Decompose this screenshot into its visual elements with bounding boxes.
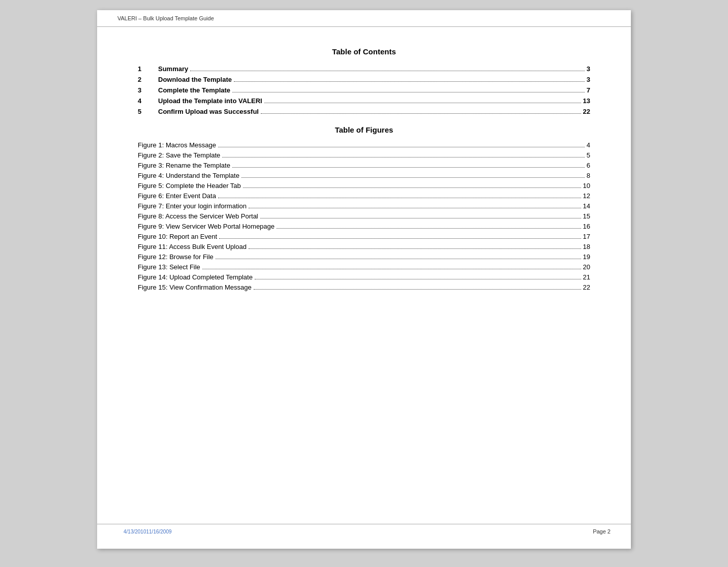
document-page: VALERI – Bulk Upload Template Guide Tabl…: [97, 10, 631, 549]
tof-entry-page: 10: [583, 182, 590, 190]
tof-entry-label: Figure 10: Report an Event: [138, 233, 217, 240]
tof-entry-page: 14: [583, 202, 590, 210]
tof-entry: Figure 8: Access the Servicer Web Portal…: [138, 212, 590, 220]
tof-entry: Figure 4: Understand the Template8: [138, 172, 590, 179]
tof-section: Figure 1: Macros Message4Figure 2: Save …: [138, 141, 590, 291]
toc-entry-page: 13: [583, 97, 590, 105]
tof-entry-page: 4: [587, 141, 590, 149]
tof-entry: Figure 6: Enter Event Data12: [138, 192, 590, 200]
tof-entry-dots: [241, 177, 585, 178]
tof-entry-page: 5: [587, 151, 590, 159]
footer-page: Page 2: [593, 528, 611, 534]
toc-entry-num: 1: [138, 65, 158, 73]
toc-entry: 4Upload the Template into VALERI13: [138, 97, 590, 105]
tof-entry-page: 21: [583, 273, 590, 281]
toc-entry: 3Complete the Template7: [138, 86, 590, 94]
tof-entry-label: Figure 9: View Servicer Web Portal Homep…: [138, 223, 275, 230]
tof-entry: Figure 7: Enter your login information14: [138, 202, 590, 210]
tof-entry-page: 6: [587, 162, 590, 169]
tof-entry-dots: [219, 238, 581, 239]
toc-entry: 5Confirm Upload was Successful22: [138, 108, 590, 115]
toc-entry-dots: [264, 103, 581, 103]
toc-entry-label: Download the Template: [158, 76, 232, 83]
toc-entry-num: 4: [138, 97, 158, 105]
tof-entry-label: Figure 6: Enter Event Data: [138, 192, 216, 200]
tof-entry: Figure 9: View Servicer Web Portal Homep…: [138, 223, 590, 230]
toc-entry-num: 2: [138, 76, 158, 83]
tof-entry-dots: [243, 187, 581, 188]
header-text: VALERI – Bulk Upload Template Guide: [117, 15, 214, 21]
tof-entry-dots: [218, 198, 581, 198]
tof-entry-page: 22: [583, 284, 590, 291]
document-header: VALERI – Bulk Upload Template Guide: [97, 10, 631, 27]
tof-entry: Figure 10: Report an Event17: [138, 233, 590, 240]
tof-entry: Figure 3: Rename the Template6: [138, 162, 590, 169]
toc-entry-label: Confirm Upload was Successful: [158, 108, 259, 115]
tof-entry-page: 20: [583, 263, 590, 271]
toc-entry-page: 3: [587, 76, 590, 83]
tof-entry-label: Figure 13: Select File: [138, 263, 200, 271]
toc-entry-page: 7: [587, 86, 590, 94]
tof-entry: Figure 13: Select File20: [138, 263, 590, 271]
toc-entry-label: Upload the Template into VALERI: [158, 97, 262, 105]
tof-entry-label: Figure 4: Understand the Template: [138, 172, 239, 179]
tof-entry: Figure 12: Browse for File19: [138, 253, 590, 261]
toc-entry-page: 22: [583, 108, 590, 115]
tof-entry-dots: [218, 147, 585, 147]
tof-entry-dots: [249, 208, 581, 208]
tof-entry-label: Figure 14: Upload Completed Template: [138, 273, 253, 281]
tof-entry-label: Figure 3: Rename the Template: [138, 162, 230, 169]
toc-entry: 2Download the Template3: [138, 76, 590, 83]
tof-entry-dots: [277, 228, 581, 229]
tof-entry-dots: [216, 259, 581, 259]
tof-entry-page: 18: [583, 243, 590, 250]
tof-title: Table of Figures: [138, 125, 590, 134]
tof-entry-dots: [249, 248, 581, 249]
tof-entry-page: 12: [583, 192, 590, 200]
tof-entry-label: Figure 8: Access the Servicer Web Portal: [138, 212, 258, 220]
toc-entry-dots: [234, 81, 585, 82]
toc-entry-num: 3: [138, 86, 158, 94]
tof-entry-dots: [222, 157, 584, 158]
tof-entry: Figure 1: Macros Message4: [138, 141, 590, 149]
tof-entry-dots: [254, 289, 581, 290]
tof-entry: Figure 2: Save the Template5: [138, 151, 590, 159]
toc-entry-label: Summary: [158, 65, 188, 73]
tof-entry-page: 17: [583, 233, 590, 240]
toc-entry-num: 5: [138, 108, 158, 115]
toc-entry-dots: [261, 113, 581, 114]
tof-entry-label: Figure 5: Complete the Header Tab: [138, 182, 241, 190]
document-footer: 4/13/201011/16/2009 Page 2: [97, 524, 631, 539]
tof-entry-page: 15: [583, 212, 590, 220]
tof-entry-dots: [202, 269, 581, 269]
tof-entry: Figure 11: Access Bulk Event Upload18: [138, 243, 590, 250]
toc-title: Table of Contents: [138, 47, 590, 56]
document-content: Table of Contents 1Summary32Download the…: [97, 27, 631, 324]
tof-entry-label: Figure 2: Save the Template: [138, 151, 220, 159]
tof-entry-label: Figure 7: Enter your login information: [138, 202, 247, 210]
toc-entry-dots: [190, 71, 585, 71]
tof-entry-dots: [255, 279, 581, 279]
footer-date: 4/13/201011/16/2009: [117, 529, 172, 534]
toc-entry-label: Complete the Template: [158, 86, 230, 94]
tof-entry-label: Figure 11: Access Bulk Event Upload: [138, 243, 247, 250]
tof-entry: Figure 5: Complete the Header Tab10: [138, 182, 590, 190]
tof-entry: Figure 14: Upload Completed Template21: [138, 273, 590, 281]
toc-entry-page: 3: [587, 65, 590, 73]
tof-entry-page: 19: [583, 253, 590, 261]
toc-entry: 1Summary3: [138, 65, 590, 73]
tof-entry: Figure 15: View Confirmation Message22: [138, 284, 590, 291]
tof-entry-page: 8: [587, 172, 590, 179]
tof-entry-label: Figure 12: Browse for File: [138, 253, 214, 261]
tof-entry-label: Figure 1: Macros Message: [138, 141, 216, 149]
tof-entry-page: 16: [583, 223, 590, 230]
toc-entry-dots: [232, 92, 585, 92]
tof-entry-dots: [232, 167, 585, 168]
tof-entry-dots: [260, 218, 581, 218]
tof-entry-label: Figure 15: View Confirmation Message: [138, 284, 252, 291]
toc-section: 1Summary32Download the Template33Complet…: [138, 65, 590, 115]
